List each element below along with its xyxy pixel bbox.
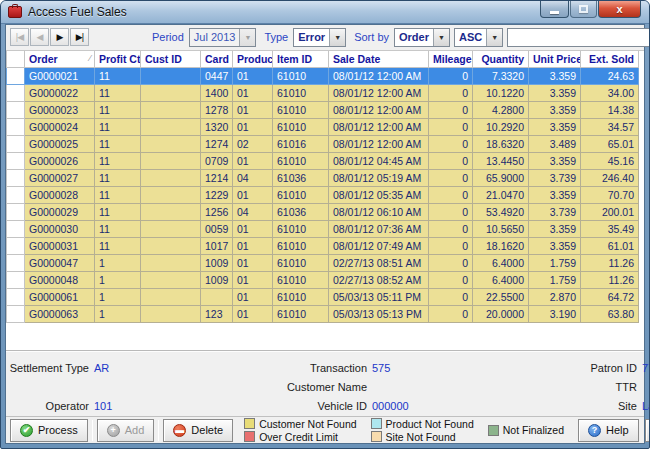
column-header-mileage[interactable]: Mileage xyxy=(429,51,473,68)
cell-card: 0447 xyxy=(201,68,233,85)
table-row[interactable]: G0000022111400016101008/01/12 12:00 AM01… xyxy=(7,85,639,102)
row-selector-cell[interactable] xyxy=(7,102,25,119)
cell-mileage: 0 xyxy=(429,68,473,85)
table-row[interactable]: G000004811009016101002/27/13 08:52 AM06.… xyxy=(7,272,639,289)
table-row[interactable]: G0000030110059016101008/01/12 07:36 AM01… xyxy=(7,221,639,238)
cell-item-id: 61010 xyxy=(273,221,329,238)
table-row[interactable]: G0000031111017016101008/01/12 07:49 AM01… xyxy=(7,238,639,255)
cell-quantity: 22.5500 xyxy=(473,289,529,306)
cell-mileage: 0 xyxy=(429,102,473,119)
cell-ext-sold: 11.26 xyxy=(581,255,639,272)
table-row[interactable]: G00000611016101005/03/13 05:11 PM022.550… xyxy=(7,289,639,306)
row-selector-cell[interactable] xyxy=(7,153,25,170)
patron-id-label: Patron ID xyxy=(492,362,642,374)
cell-item-id: 61010 xyxy=(273,306,329,323)
cell-profit-ctr: 11 xyxy=(95,238,141,255)
column-header-profit-ctr[interactable]: Profit Ctr xyxy=(95,51,141,68)
table-row[interactable]: G0000025111274026101608/01/12 12:00 AM01… xyxy=(7,136,639,153)
table-row[interactable]: G000004711009016101002/27/13 08:51 AM06.… xyxy=(7,255,639,272)
help-button[interactable]: ? Help xyxy=(578,419,639,442)
column-header-order[interactable]: Order⁄ xyxy=(25,51,95,68)
row-selector-cell[interactable] xyxy=(7,136,25,153)
type-label: Type xyxy=(264,31,288,43)
table-row[interactable]: G0000027111214046103608/01/12 05:19 AM06… xyxy=(7,170,639,187)
cell-card: 1274 xyxy=(201,136,233,153)
app-icon xyxy=(8,6,22,18)
cell-order: G0000031 xyxy=(25,238,95,255)
maximize-button[interactable] xyxy=(570,1,597,18)
previous-record-button[interactable]: ◀ xyxy=(30,28,49,46)
row-selector-cell[interactable] xyxy=(7,170,25,187)
cell-order: G0000028 xyxy=(25,187,95,204)
column-header-card[interactable]: Card xyxy=(201,51,233,68)
cell-card: 1009 xyxy=(201,272,233,289)
cell-profit-ctr: 11 xyxy=(95,136,141,153)
next-record-button[interactable]: ▶ xyxy=(50,28,69,46)
chevron-down-icon: ▼ xyxy=(329,29,345,46)
table-row[interactable]: G0000026110709016101008/01/12 04:45 AM01… xyxy=(7,153,639,170)
operator-value: 101 xyxy=(94,400,222,412)
close-window-button[interactable]: x xyxy=(598,1,641,18)
delete-button[interactable]: ▬ Delete xyxy=(163,419,233,442)
row-selector-cell[interactable] xyxy=(7,306,25,323)
cell-mileage: 0 xyxy=(429,255,473,272)
table-row[interactable]: G0000023111278016101008/01/12 12:00 AM04… xyxy=(7,102,639,119)
cell-profit-ctr: 1 xyxy=(95,306,141,323)
row-selector-cell[interactable] xyxy=(7,221,25,238)
legend-swatch xyxy=(371,431,382,442)
sort-by-select[interactable]: Order ▼ xyxy=(394,28,450,47)
column-header-item-id[interactable]: Item ID xyxy=(273,51,329,68)
legend-label: Over Credit Limit xyxy=(259,431,338,443)
table-row[interactable]: ▶G0000021110447016101008/01/12 12:00 AM0… xyxy=(7,68,639,85)
type-select[interactable]: Error ▼ xyxy=(293,28,346,47)
row-selector-cell[interactable] xyxy=(7,289,25,306)
row-selector-cell[interactable] xyxy=(7,187,25,204)
cell-unit-price: 3.190 xyxy=(529,306,581,323)
cell-item-id: 61010 xyxy=(273,119,329,136)
table-row[interactable]: G0000024111320016101008/01/12 12:00 AM01… xyxy=(7,119,639,136)
column-header-sale-date[interactable]: Sale Date xyxy=(329,51,429,68)
settlement-type-value: AR xyxy=(94,362,222,374)
cell-order: G0000025 xyxy=(25,136,95,153)
search-input[interactable] xyxy=(507,28,650,47)
column-header-unit-price[interactable]: Unit Price xyxy=(529,51,581,68)
minimize-button[interactable] xyxy=(540,1,569,18)
cell-mileage: 0 xyxy=(429,221,473,238)
row-selector-cell[interactable] xyxy=(7,272,25,289)
first-record-button[interactable]: |◀ xyxy=(10,28,29,46)
close-button[interactable]: Close xyxy=(645,419,650,442)
table-row[interactable]: G00000631123016101005/03/13 05:13 PM020.… xyxy=(7,306,639,323)
row-selector-cell[interactable] xyxy=(7,85,25,102)
table-row[interactable]: G0000029111256046103608/01/12 06:10 AM05… xyxy=(7,204,639,221)
title-bar[interactable]: Access Fuel Sales x xyxy=(1,1,649,24)
cell-card: 1320 xyxy=(201,119,233,136)
column-header-ext-sold[interactable]: Ext. Sold xyxy=(581,51,639,68)
cell-sale-date: 08/01/12 12:00 AM xyxy=(329,85,429,102)
cell-cust-id xyxy=(141,255,201,272)
column-header-cust-id[interactable]: Cust ID xyxy=(141,51,201,68)
cell-ext-sold: 45.16 xyxy=(581,153,639,170)
cell-profit-ctr: 11 xyxy=(95,102,141,119)
column-header-product[interactable]: Product xyxy=(233,51,273,68)
cell-mileage: 0 xyxy=(429,170,473,187)
cell-profit-ctr: 1 xyxy=(95,272,141,289)
row-selector-cell[interactable] xyxy=(7,204,25,221)
add-button[interactable]: + Add xyxy=(97,419,155,442)
cell-sale-date: 08/01/12 12:00 AM xyxy=(329,68,429,85)
sort-direction-select[interactable]: ASC ▼ xyxy=(454,28,503,47)
cell-mileage: 0 xyxy=(429,153,473,170)
cell-profit-ctr: 11 xyxy=(95,221,141,238)
row-selector-cell[interactable] xyxy=(7,119,25,136)
process-button[interactable]: ✔ Process xyxy=(10,419,88,442)
last-record-button[interactable]: ▶| xyxy=(70,28,89,46)
cell-card: 1278 xyxy=(201,102,233,119)
row-selector-cell[interactable] xyxy=(7,238,25,255)
row-selector-cell[interactable] xyxy=(7,255,25,272)
table-row[interactable]: G0000028111229016101008/01/12 05:35 AM02… xyxy=(7,187,639,204)
plus-icon: + xyxy=(107,424,120,437)
cell-ext-sold: 63.80 xyxy=(581,306,639,323)
current-row-marker[interactable]: ▶ xyxy=(7,68,25,85)
column-header-quantity[interactable]: Quantity xyxy=(473,51,529,68)
cell-profit-ctr: 11 xyxy=(95,170,141,187)
cell-order: G0000023 xyxy=(25,102,95,119)
